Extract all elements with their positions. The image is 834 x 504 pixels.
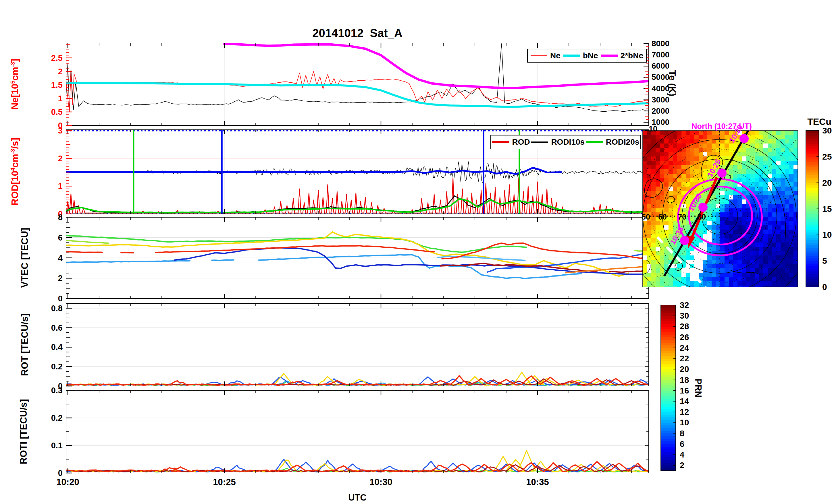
vtec-PRN26	[66, 252, 102, 252]
track-time-dot	[698, 203, 708, 212]
track-time-dot	[717, 168, 727, 178]
figure-canvas	[0, 0, 834, 504]
vtec-PRN26	[121, 253, 134, 253]
track-time-dot	[680, 236, 689, 245]
vtec-PRN12	[212, 260, 234, 260]
figure-page: { "title":"20141012 Sat_A", "chart_data"…	[0, 0, 834, 504]
track-time-dot	[740, 134, 749, 143]
